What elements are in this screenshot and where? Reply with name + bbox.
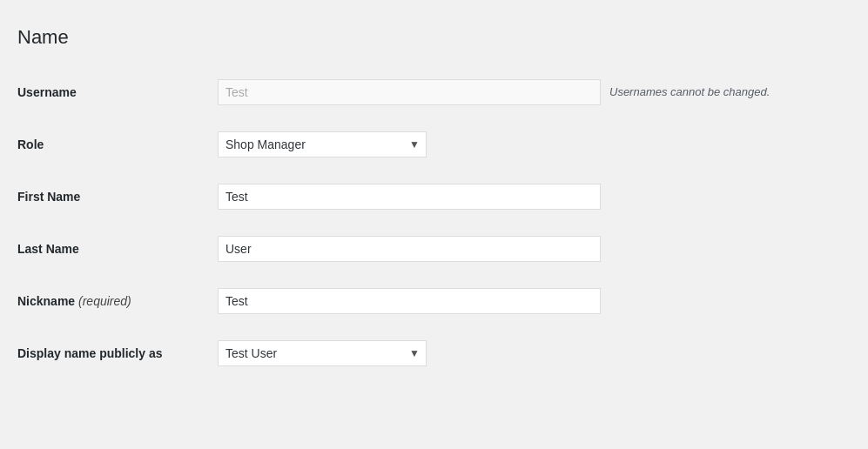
display-name-select[interactable]: Test User Test User	[218, 340, 427, 366]
role-select[interactable]: Shop Manager Administrator Editor Author…	[218, 131, 427, 157]
nickname-input[interactable]	[218, 288, 601, 314]
section-title: Name	[17, 26, 851, 49]
last-name-label: Last Name	[17, 242, 79, 256]
nickname-required-text: (required)	[78, 294, 131, 308]
first-name-row: First Name	[17, 171, 851, 223]
username-label: Username	[17, 85, 77, 99]
form-table: Username Usernames cannot be changed. Ro…	[17, 66, 851, 380]
nickname-row: Nickname (required)	[17, 275, 851, 327]
nickname-label-text: Nickname	[17, 294, 75, 308]
display-name-select-wrapper: Test User Test User ▼	[218, 340, 427, 366]
role-label: Role	[17, 137, 44, 151]
first-name-label: First Name	[17, 190, 80, 204]
username-row: Username Usernames cannot be changed.	[17, 66, 851, 118]
username-input	[218, 79, 601, 105]
username-wrapper: Usernames cannot be changed.	[218, 79, 842, 105]
display-name-label: Display name publicly as	[17, 346, 163, 360]
username-hint: Usernames cannot be changed.	[609, 85, 770, 98]
display-name-row: Display name publicly as Test User Test …	[17, 327, 851, 379]
first-name-input[interactable]	[218, 184, 601, 210]
nickname-label: Nickname (required)	[17, 294, 131, 308]
last-name-row: Last Name	[17, 223, 851, 275]
role-select-wrapper: Shop Manager Administrator Editor Author…	[218, 131, 427, 157]
role-row: Role Shop Manager Administrator Editor A…	[17, 118, 851, 171]
last-name-input[interactable]	[218, 236, 601, 262]
